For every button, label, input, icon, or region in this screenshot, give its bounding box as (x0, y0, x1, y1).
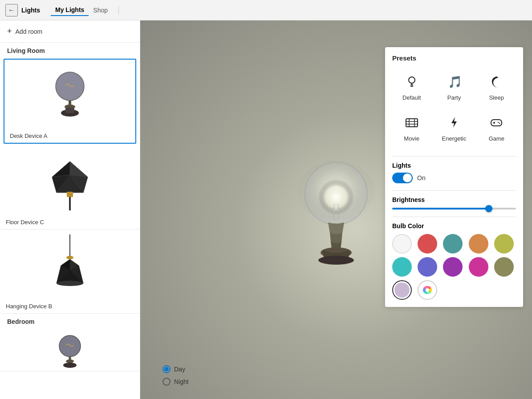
plus-icon: + (7, 27, 12, 36)
svg-marker-7 (52, 161, 70, 177)
tab-my-lights[interactable]: My Lights (51, 4, 89, 16)
device-name-floor-c: Floor Device C (4, 217, 44, 226)
svg-rect-4 (65, 108, 74, 113)
day-radio-inner (164, 367, 169, 371)
preset-party[interactable]: 🎵 Party (435, 69, 473, 106)
movie-icon (405, 115, 419, 133)
device-card-desk-a[interactable]: Desk Device A (4, 59, 136, 144)
color-custom[interactable] (418, 280, 437, 300)
brightness-title: Brightness (392, 196, 516, 203)
sleep-icon (489, 74, 504, 92)
device-image-bedroom (4, 333, 136, 368)
bulb-display (292, 147, 381, 273)
device-card-floor-c[interactable]: Floor Device C (0, 145, 140, 230)
device-image-floor-c (4, 150, 136, 217)
sidebar: + Add room Living Room Desk Dev (0, 20, 140, 399)
device-name-desk-a: Desk Device A (8, 131, 48, 140)
header-nav: My Lights Shop (51, 4, 112, 16)
color-grid (392, 234, 516, 300)
time-controls: Day Night (162, 365, 189, 386)
day-option[interactable]: Day (162, 365, 189, 373)
preset-energetic[interactable]: Energetic (435, 110, 473, 147)
day-radio[interactable] (162, 365, 171, 373)
toggle-row: On (392, 173, 516, 183)
night-radio[interactable] (162, 378, 171, 386)
lights-toggle[interactable] (392, 173, 413, 183)
color-blue[interactable] (418, 257, 437, 277)
preset-grid: Default 🎵 Party (392, 69, 516, 147)
svg-point-0 (56, 72, 84, 101)
device-image-desk-a (8, 64, 132, 131)
divider-3 (392, 217, 516, 217)
color-olive[interactable] (494, 257, 514, 277)
game-icon (489, 115, 504, 133)
color-pink[interactable] (469, 257, 488, 277)
preset-party-label: Party (447, 94, 461, 101)
color-section: Bulb Color (392, 222, 516, 300)
preset-movie-label: Movie (404, 135, 419, 142)
preset-game-label: Game (489, 135, 504, 142)
preset-game[interactable]: Game (477, 110, 516, 147)
svg-point-13 (66, 256, 73, 259)
add-room-button[interactable]: + Add room (0, 20, 140, 43)
color-cyan[interactable] (392, 257, 412, 277)
color-red[interactable] (418, 234, 437, 254)
svg-rect-10 (67, 192, 73, 197)
color-orange[interactable] (469, 234, 488, 254)
toggle-knob (403, 173, 412, 182)
svg-rect-36 (406, 119, 418, 127)
svg-text:🎵: 🎵 (448, 75, 461, 89)
preset-sleep[interactable]: Sleep (477, 69, 516, 106)
tab-shop[interactable]: Shop (89, 5, 112, 16)
presets-panel: Presets Default (385, 47, 523, 307)
color-white[interactable] (392, 234, 412, 254)
preset-default-label: Default (402, 94, 421, 101)
night-option[interactable]: Night (162, 378, 189, 386)
device-card-hanging-b[interactable]: Hanging Device B (0, 230, 140, 314)
svg-point-19 (57, 281, 83, 286)
preset-movie[interactable]: Movie (392, 110, 431, 147)
divider-2 (392, 190, 516, 191)
header-divider (118, 6, 119, 15)
living-room-label: Living Room (0, 43, 140, 57)
divider-1 (392, 156, 516, 157)
lights-state-label: On (417, 174, 426, 181)
svg-point-47 (499, 123, 500, 124)
svg-point-22 (66, 359, 74, 363)
svg-point-26 (314, 173, 358, 217)
color-title: Bulb Color (392, 222, 516, 230)
preset-energetic-label: Energetic (442, 135, 467, 142)
main-layout: + Add room Living Room Desk Dev (0, 20, 532, 399)
device-card-bedroom[interactable] (0, 328, 140, 371)
app-title: Lights (21, 7, 40, 14)
svg-point-20 (59, 335, 81, 357)
svg-point-46 (498, 122, 499, 123)
svg-point-49 (426, 288, 429, 292)
color-teal[interactable] (443, 234, 463, 254)
brightness-section: Brightness (392, 196, 516, 210)
device-image-hanging-b (4, 234, 136, 301)
app-header: ← Lights My Lights Shop (0, 0, 532, 20)
color-purple[interactable] (443, 257, 463, 277)
party-icon: 🎵 (447, 74, 461, 92)
device-name-hanging-b: Hanging Device B (4, 301, 52, 310)
preset-sleep-label: Sleep (489, 94, 504, 101)
content-area: Day Night Presets (140, 20, 532, 399)
bedroom-label: Bedroom (0, 314, 140, 328)
preset-default[interactable]: Default (392, 69, 431, 106)
back-button[interactable]: ← (5, 4, 18, 16)
brightness-slider[interactable] (392, 208, 516, 210)
color-yellowgreen[interactable] (494, 234, 514, 254)
energetic-icon (447, 115, 461, 133)
svg-marker-41 (451, 117, 457, 128)
presets-title: Presets (392, 54, 516, 62)
svg-point-23 (63, 363, 77, 368)
brightness-thumb[interactable] (485, 205, 492, 212)
svg-point-30 (318, 256, 354, 265)
add-room-label: Add room (16, 28, 43, 35)
svg-marker-6 (70, 161, 88, 177)
color-lavender[interactable] (392, 280, 412, 300)
default-icon (405, 74, 419, 92)
svg-point-31 (409, 77, 415, 83)
svg-rect-42 (491, 120, 502, 126)
